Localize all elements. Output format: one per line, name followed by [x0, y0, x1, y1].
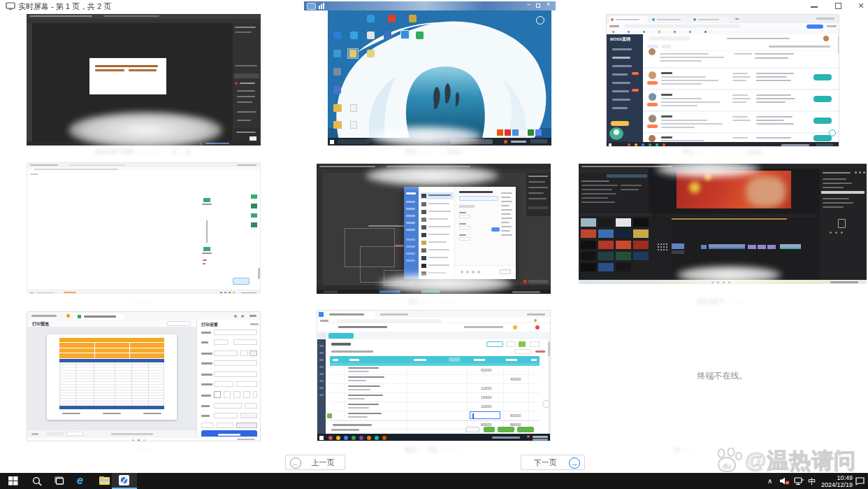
candidate-card: [643, 90, 839, 111]
watermark: du @温热请问: [714, 446, 868, 474]
badge: [233, 278, 249, 285]
thumbnail-print-preview[interactable]: 打印预览: [27, 311, 261, 441]
volume-muted-icon[interactable]: [779, 473, 791, 489]
print-preview-label: 打印预览: [32, 321, 49, 327]
scrollbar[interactable]: [258, 268, 260, 279]
windows-taskbar: e ∧ 中 10:49 2024/12/19: [0, 473, 868, 489]
page-title: 实时屏幕 - 第 1 页，共 2 页: [18, 1, 111, 12]
thumbnail-caption: DESKT·· ·····: [697, 298, 748, 306]
clock[interactable]: 10:49 2024/12/19: [819, 474, 853, 489]
remote-minimize-icon: –: [527, 1, 530, 8]
voucher-table-area: 62000 40000 12000 15400 10000 60000 600: [326, 339, 547, 434]
bookmarks-bar: [607, 29, 839, 34]
baidu-paw-icon: du: [714, 448, 744, 473]
boss-logo: BOSS直聘: [610, 36, 630, 43]
stamp-icon: [251, 194, 257, 199]
thumbnail-caption: SC····· ·······: [408, 298, 458, 306]
browser-tabs: [607, 15, 839, 23]
maximize-button[interactable]: [828, 0, 849, 11]
browser-addressbar: [607, 23, 839, 29]
thumbnail-offline: 终端不在线。: [577, 310, 868, 441]
monitor-icon: [6, 2, 15, 10]
desktop-wallpaper: [328, 10, 551, 146]
app-sidebar: [317, 339, 326, 434]
trash-icon: [838, 219, 846, 228]
close-button[interactable]: ✕: [851, 0, 868, 11]
task-view-icon[interactable]: [49, 473, 70, 489]
thumbnail-desktop[interactable]: – ×: [304, 1, 556, 146]
thumbnail-cad-dialog[interactable]: [317, 164, 551, 294]
next-arrow-icon: →: [569, 458, 580, 469]
ps-menubar: [27, 14, 261, 19]
tray-time: 10:49: [819, 474, 853, 481]
ve-timeline: [652, 213, 820, 280]
edge-browser-icon[interactable]: e: [71, 473, 92, 489]
thumbnail-caption: ·······: [133, 298, 154, 306]
thumbnail-video-editor[interactable]: [579, 164, 867, 284]
search-icon[interactable]: [27, 473, 48, 489]
remote-taskbar: [317, 434, 551, 441]
start-button[interactable]: [3, 473, 24, 489]
dialog-list: [419, 187, 455, 279]
network-icon[interactable]: [793, 473, 806, 489]
print-page: [47, 334, 177, 420]
scrollbar[interactable]: [838, 36, 839, 54]
candidate-card: [643, 51, 839, 68]
thumbnail-finance-app[interactable]: 62000 40000 12000 15400 10000 60000 600: [317, 310, 551, 441]
signal-icon: [319, 6, 320, 9]
svg-text:du: du: [723, 462, 731, 470]
floating-widget: [542, 400, 550, 408]
candidate-card: [643, 69, 839, 90]
thumbnail-photoshop[interactable]: [27, 14, 261, 146]
ime-indicator[interactable]: 中: [808, 476, 816, 489]
row-check-icon: [327, 413, 332, 418]
active-tab: [328, 333, 354, 339]
file-dialog: [404, 187, 516, 279]
print-settings-panel: 打印设置: [196, 320, 261, 437]
thumbnail-blank-document[interactable]: [27, 162, 261, 294]
minimize-button[interactable]: [804, 0, 825, 11]
dialog-button: [491, 227, 500, 232]
cad-toolbar: [317, 173, 323, 285]
prev-page-label: 上一页: [312, 458, 335, 467]
stamp-icon: [203, 198, 210, 202]
chat-button: [813, 74, 832, 80]
ps-document: [89, 58, 166, 94]
active-app-button[interactable]: [112, 473, 137, 489]
save-button: [484, 427, 495, 432]
remote-taskbar: [328, 138, 551, 146]
active-app-icon: [119, 475, 129, 486]
notification-center-icon[interactable]: [854, 473, 867, 489]
dialog-detail: [455, 187, 516, 279]
prev-page-button[interactable]: ← 上一页: [285, 455, 345, 470]
ve-effects-panel: [579, 169, 649, 212]
ve-media-bin: [579, 213, 652, 280]
thumbnail-caption: D·····: [674, 446, 695, 454]
thumbnail-caption: PC··· ····· ···· ···130: [683, 148, 762, 156]
remote-taskbar: [607, 142, 839, 147]
feedback-widget: [829, 129, 836, 136]
tray-date: 2024/12/19: [819, 481, 853, 488]
ve-preview: [677, 171, 791, 208]
thumbnail-caption: ·······: [133, 446, 154, 454]
candidate-card: [643, 134, 839, 142]
desktop-settings-icon: [536, 16, 544, 24]
live-screen-window: 实时屏幕 - 第 1 页，共 2 页 ✕: [0, 0, 868, 489]
next-page-label: 下一页: [534, 458, 557, 467]
boss-mascot: [611, 121, 629, 126]
desktop-icon: [367, 15, 375, 22]
offline-text: 终端不在线。: [697, 370, 748, 382]
thumbnail-caption: W0··· 09··· ····: [405, 446, 462, 454]
remote-app-icon: [307, 3, 316, 10]
boss-sidebar: BOSS直聘: [607, 34, 643, 142]
ps-toolbar: [27, 23, 32, 146]
thumbnail-caption: DESKTOP-········ ···2···3: [96, 148, 191, 156]
boss-content: [643, 34, 839, 142]
editing-cell[interactable]: [470, 411, 500, 419]
remote-window-titlebar: – ×: [304, 1, 556, 10]
ve-project-panel: [820, 169, 867, 279]
next-page-button[interactable]: 下一页 →: [521, 455, 585, 470]
ps-panels: [233, 23, 261, 146]
thumbnail-boss-site[interactable]: BOSS直聘: [606, 14, 839, 147]
tray-chevron-icon[interactable]: ∧: [767, 477, 772, 489]
